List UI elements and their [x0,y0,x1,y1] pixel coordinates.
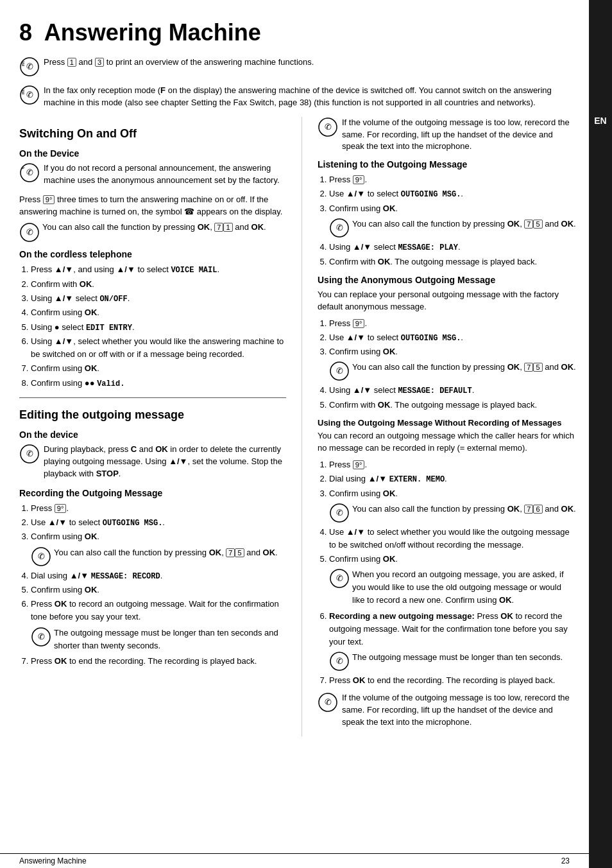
without-recording-intro: You can record an outgoing message which… [318,430,576,455]
svg-text:✆: ✆ [26,449,33,458]
svg-line-8 [22,92,24,92]
without-recording-steps: Press 9°. Dial using ▲/▼ EXTERN. MEMO. C… [329,458,576,687]
editing-device-note: ✆ During playback, press C and OK in ord… [19,444,286,480]
svg-line-3 [22,64,24,64]
recording-fn-text: You can also call the function by pressi… [54,546,278,559]
list-item: Using ▲/▼ select MESSAGE: DEFAULT. [329,384,576,397]
new-record-note: ✆ The outgoing message must be longer th… [329,651,576,672]
phone-icon-r3: ✆ [329,361,348,381]
list-item: Confirm using OK. ✆ You can also call th… [329,202,576,238]
list-item: Confirm using OK. ✆ You can also call th… [329,345,576,381]
on-device-note1: ✆ If you do not record a personal announ… [19,162,286,187]
svg-text:✆: ✆ [336,223,343,232]
without-fn-note: ✆ You can also call the function by pres… [329,503,576,523]
svg-text:✆: ✆ [26,227,33,237]
anonymous-steps: Press 9°. Use ▲/▼ to select OUTGOING MSG… [329,317,576,412]
list-item: Press 9°. [31,502,286,515]
without-recording-subtitle: Using the Outgoing Message Without Recor… [318,418,576,428]
anonymous-fn-text: You can also call the function by pressi… [352,361,576,374]
key-1: 1 [67,58,76,67]
list-item: Press ▲/▼, and using ▲/▼ to select VOICE… [31,263,286,277]
phone-icon-r6: ✆ [329,651,348,672]
en-badge: EN [594,116,606,126]
list-item: Confirm using OK. [31,362,286,375]
divider-1 [19,397,286,398]
two-col-layout: Switching On and Off On the Device ✆ If … [19,117,576,736]
list-item: Recording a new outgoing message: Press … [329,610,576,672]
list-item: Using ▲/▼ select ON/OFF. [31,292,286,306]
without-record-note: ✆ When you record an outgoing message, y… [329,568,576,607]
svg-text:✆: ✆ [26,168,33,177]
footer: Answering Machine 23 [0,853,589,868]
svg-text:✆: ✆ [26,90,33,100]
list-item: Confirm using ●● Valid. [31,377,286,390]
cordless-steps: Press ▲/▼, and using ▲/▼ to select VOICE… [31,263,286,390]
phone-icon-1: ✆ [19,56,40,77]
svg-text:✆: ✆ [38,551,45,561]
recording-length-text: The outgoing message must be longer than… [54,627,286,652]
list-item: Use ▲/▼ to select OUTGOING MSG.. [329,187,576,201]
listening-steps: Press 9°. Use ▲/▼ to select OUTGOING MSG… [329,173,576,268]
recording-steps: Press 9°. Use ▲/▼ to select OUTGOING MSG… [31,502,286,668]
list-item: Confirm with OK. The outgoing message is… [329,256,576,268]
chapter-title: 8 Answering Machine [19,19,576,46]
list-item: Press 9°. [329,173,576,186]
list-item: Press 9°. [329,317,576,330]
list-item: Confirm with OK. The outgoing message is… [329,399,576,412]
svg-text:✆: ✆ [26,62,33,71]
svg-text:✆: ✆ [325,697,332,707]
editing-title: Editing the outgoing message [19,408,286,423]
recording-subtitle: Recording the Outgoing Message [19,488,286,498]
anonymous-subtitle: Using the Anonymous Outgoing Message [318,275,576,285]
anonymous-fn-note: ✆ You can also call the function by pres… [329,361,576,381]
key-3: 3 [95,58,104,67]
phone-icon-7: ✆ [31,627,50,647]
on-device-fn-note: ✆ You can also call the function by pres… [19,222,286,243]
right-volume-note2: ✆ If the volume of the outgoing message … [318,692,576,729]
list-item: Use ▲/▼ to select whether you would like… [329,526,576,551]
footer-left: Answering Machine [19,856,87,865]
phone-icon-r1: ✆ [318,117,338,137]
listening-fn-text: You can also call the function by pressi… [352,218,576,230]
list-item: Confirm using OK. ✆ When you record an o… [329,553,576,607]
list-item: Confirm using OK. ✆ You can also call th… [31,530,286,566]
svg-text:✆: ✆ [336,366,343,376]
phone-icon-4: ✆ [19,222,38,243]
list-item: Dial using ▲/▼ MESSAGE: RECORD. [31,569,286,583]
intro-note-2: ✆ In the fax only reception mode (F on t… [19,85,576,109]
list-item: Using ● select EDIT ENTRY. [31,321,286,334]
phone-icon-3: ✆ [19,162,40,183]
phone-icon-r7: ✆ [318,692,338,713]
list-item: Using ▲/▼, select whether you would like… [31,335,286,361]
right-sidebar: EN [589,0,612,868]
without-record-text: When you record an outgoing message, you… [352,568,576,607]
list-item: Press OK to end the recording. The recor… [31,655,286,668]
cordless-subtitle: On the cordless telephone [19,249,286,259]
right-column: ✆ If the volume of the outgoing message … [302,117,576,736]
switching-title: Switching On and Off [19,127,286,142]
right-volume-text2: If the volume of the outgoing message is… [342,692,576,729]
phone-icon-2: ✆ [19,85,40,105]
phone-icon-r2: ✆ [329,218,348,238]
intro-note-1: ✆ Press 1 and 3 to print an overview of … [19,56,576,77]
list-item: Use ▲/▼ to select OUTGOING MSG.. [31,516,286,530]
svg-text:✆: ✆ [325,122,332,132]
svg-text:✆: ✆ [336,508,343,517]
list-item: Confirm using OK. [31,584,286,596]
intro-text-2: In the fax only reception mode (F on the… [44,85,576,109]
listening-fn-note: ✆ You can also call the function by pres… [329,218,576,238]
on-device-fn-text: You can also call the function by pressi… [42,222,266,232]
phone-icon-r5: ✆ [329,568,348,589]
phone-icon-r4: ✆ [329,503,348,523]
svg-text:✆: ✆ [336,656,343,666]
listening-subtitle: Listening to the Outgoing Message [318,159,576,169]
without-fn-text: You can also call the function by pressi… [352,503,576,516]
list-item: Dial using ▲/▼ EXTERN. MEMO. [329,473,576,486]
on-device-body1: Press 9° three times to turn the answeri… [19,194,286,218]
right-volume-note: ✆ If the volume of the outgoing message … [318,117,576,153]
intro-text-1: Press 1 and 3 to print an overview of th… [44,56,314,69]
list-item: Use ▲/▼ to select OUTGOING MSG.. [329,331,576,345]
footer-right: 23 [561,856,570,865]
right-volume-text: If the volume of the outgoing message is… [342,117,576,153]
svg-text:✆: ✆ [38,632,45,641]
